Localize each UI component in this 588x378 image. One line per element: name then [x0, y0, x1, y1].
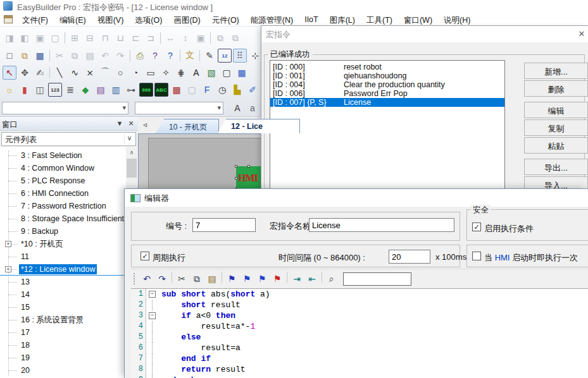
tree-item[interactable]: 16 : 系统设置背景 — [0, 314, 126, 326]
interval-input[interactable] — [389, 250, 430, 264]
fold-margin[interactable] — [146, 321, 159, 332]
fold-margin[interactable] — [146, 332, 159, 343]
save-file-icon[interactable]: ▦ — [33, 49, 47, 63]
object-list-dropdown[interactable]: 元件列表 ∨ — [1, 132, 136, 146]
redo-icon[interactable]: ↷ — [155, 272, 169, 286]
ungroup-icon[interactable]: ⧉ — [228, 31, 242, 45]
hmi-picture-element[interactable]: HMI — [236, 166, 261, 188]
function-key-icon[interactable]: ◆ — [78, 83, 92, 97]
window-layers-icon[interactable]: ≣ — [63, 83, 77, 97]
menu-item[interactable]: 元件(O) — [206, 13, 245, 27]
menu-item[interactable]: IIoT — [299, 13, 324, 27]
language-icon[interactable]: 文 — [183, 49, 197, 63]
pen-object-icon[interactable]: ✐ — [246, 83, 260, 97]
selection-handle[interactable] — [235, 177, 237, 180]
undo-icon[interactable]: ↶ — [140, 272, 154, 286]
fold-collapse-icon[interactable]: − — [149, 312, 156, 319]
align-vcenter-icon[interactable]: ⊟ — [83, 31, 97, 45]
send-backward-icon[interactable]: ◨ — [3, 31, 16, 45]
tree-item[interactable]: +*12 : License window — [0, 263, 126, 276]
picture-icon[interactable]: ▧ — [204, 66, 218, 80]
ruler-icon[interactable]: 12 — [218, 49, 232, 63]
tab-scroll-left-icon[interactable]: ◃ — [143, 120, 147, 129]
panel-pin-icon[interactable]: ▼ — [115, 119, 124, 127]
align-bottom-icon[interactable]: ⊔ — [113, 31, 127, 45]
tree-item[interactable]: 9 : Backup — [0, 225, 126, 238]
fold-collapse-icon[interactable]: − — [149, 291, 156, 298]
fold-margin[interactable] — [146, 364, 159, 375]
fold-margin[interactable] — [146, 353, 159, 364]
edit-button[interactable]: 编辑 — [524, 102, 588, 118]
tree-item[interactable]: 6 : HMI Connection — [0, 187, 126, 200]
bit-lamp-icon[interactable]: ☼ — [3, 83, 16, 97]
send-to-back-icon[interactable]: ▢ — [48, 31, 62, 45]
macro-list-item[interactable]: [ID : 001]qiehuanshoudong — [270, 71, 504, 80]
periodic-checkbox[interactable]: ✓ — [141, 252, 149, 260]
fold-margin[interactable] — [146, 375, 159, 378]
align-left-icon[interactable]: ⊏ — [128, 31, 142, 45]
pie-icon[interactable]: ◔ — [128, 66, 142, 80]
align-top-icon[interactable]: ⊓ — [98, 31, 112, 45]
macro-list-item[interactable]: [ID : 006]Password Err Pop — [270, 89, 504, 98]
menu-item[interactable]: 选项(O) — [129, 13, 168, 27]
copy-button[interactable]: 复制 — [524, 119, 588, 136]
macro-name-input[interactable] — [309, 218, 454, 232]
same-width-icon[interactable]: ↔ — [163, 31, 177, 45]
select-arrow-icon[interactable]: ↖ — [3, 66, 16, 80]
selection-handle[interactable] — [235, 165, 237, 168]
expander-icon[interactable]: + — [5, 241, 11, 247]
new-file-icon[interactable]: □ — [3, 49, 16, 63]
tab-window-10[interactable]: 10 - 开机页 — [156, 119, 219, 133]
paste-button[interactable]: 粘贴 — [524, 137, 588, 154]
set-word-icon[interactable]: 123 — [48, 83, 62, 97]
toolbar-grip[interactable] — [134, 273, 137, 284]
pen-icon[interactable]: ✎ — [203, 49, 216, 63]
undo-icon[interactable]: ↶ — [98, 49, 112, 63]
delete-button[interactable]: 删除 — [524, 80, 588, 97]
selection-handle[interactable] — [247, 165, 250, 168]
indent-icon[interactable]: ⇥ — [290, 272, 304, 286]
freehand-icon[interactable]: ∿ — [68, 66, 82, 80]
fold-margin[interactable] — [146, 300, 159, 310]
macro-id-input[interactable] — [192, 218, 256, 232]
menu-item[interactable]: 文件(F) — [16, 13, 54, 27]
design-canvas[interactable]: HMI — [138, 133, 261, 188]
add-button[interactable]: 新增... — [524, 63, 588, 79]
find-replace-icon[interactable]: ⌕ — [325, 272, 339, 286]
pan-hand-icon[interactable]: ✥ — [18, 66, 32, 80]
scroll-up-icon[interactable]: ∧ — [127, 147, 137, 157]
cut-icon[interactable]: ✂ — [175, 272, 189, 286]
fold-margin[interactable] — [146, 343, 159, 353]
bring-to-front-icon[interactable]: ▣ — [33, 31, 47, 45]
cut-icon[interactable]: ✂ — [53, 49, 66, 63]
run-once-checkbox[interactable] — [472, 252, 481, 260]
align-right-icon[interactable]: ⊐ — [144, 31, 158, 45]
font-shrink-icon[interactable]: a — [246, 101, 260, 115]
font-combo[interactable] — [135, 102, 223, 114]
tree-item[interactable]: 17 — [0, 326, 126, 339]
find-input[interactable] — [343, 272, 411, 286]
state-combo[interactable] — [2, 102, 128, 114]
tree-item[interactable]: 7 : Password Restriction — [0, 200, 126, 212]
circle-icon[interactable]: ○ — [113, 66, 127, 80]
tree-item[interactable]: 11 — [0, 250, 126, 263]
tree-item[interactable]: 18 — [0, 339, 126, 351]
matrix-object-icon[interactable]: ▩ — [170, 83, 184, 97]
font-enlarge-icon[interactable]: A — [230, 101, 244, 115]
tree-item[interactable]: 15 — [0, 301, 126, 314]
menu-item[interactable]: 图库(L) — [324, 13, 361, 27]
tree-item[interactable]: 3 : Fast Selection — [0, 149, 126, 162]
macro-list-item[interactable]: [ID : 004]Clear the production quantity — [270, 80, 504, 89]
key-object-icon[interactable]: ⊶ — [124, 83, 138, 97]
tree-item[interactable]: 20 — [0, 364, 126, 377]
table-icon[interactable]: ▦ — [235, 66, 249, 80]
clear-bookmarks-icon[interactable]: ⚑ — [270, 272, 284, 286]
help-icon[interactable]: ? — [148, 49, 162, 63]
word-lamp-icon[interactable]: ▮ — [18, 83, 32, 97]
tree-item[interactable]: 8 : Storage Space Insufficient — [0, 212, 126, 225]
close-icon[interactable]: ✕ — [577, 29, 587, 39]
group-icon[interactable]: ⧉ — [213, 31, 227, 45]
polygon-icon[interactable]: ✧ — [159, 66, 173, 80]
rectangle-icon[interactable]: ▭ — [144, 66, 158, 80]
copy-icon[interactable]: ⧉ — [68, 49, 82, 63]
